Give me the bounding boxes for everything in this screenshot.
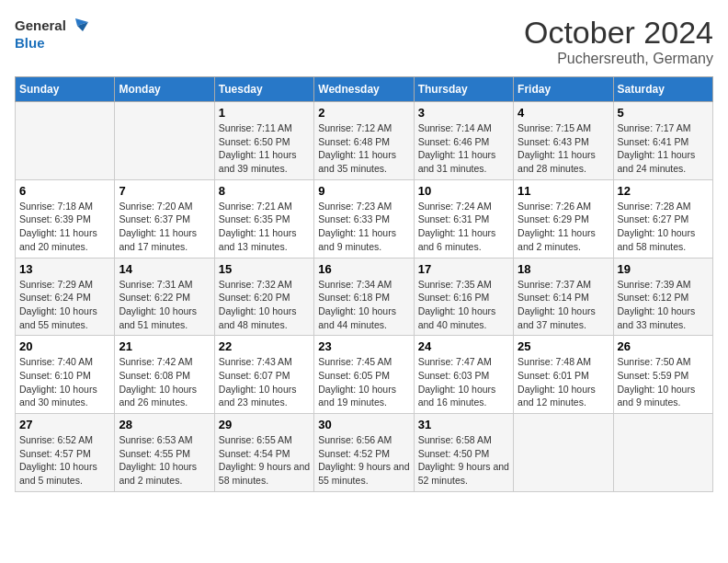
calendar-week-row: 1Sunrise: 7:11 AM Sunset: 6:50 PM Daylig… <box>16 102 713 180</box>
day-number: 1 <box>219 106 310 120</box>
weekday-header-monday: Monday <box>115 77 214 102</box>
calendar-cell: 26Sunrise: 7:50 AM Sunset: 5:59 PM Dayli… <box>613 336 712 414</box>
calendar-cell: 16Sunrise: 7:34 AM Sunset: 6:18 PM Dayli… <box>314 258 414 336</box>
day-info: Sunrise: 7:11 AM Sunset: 6:50 PM Dayligh… <box>219 121 310 176</box>
calendar-cell: 25Sunrise: 7:48 AM Sunset: 6:01 PM Dayli… <box>514 336 613 414</box>
calendar-cell: 27Sunrise: 6:52 AM Sunset: 4:57 PM Dayli… <box>16 414 115 492</box>
day-info: Sunrise: 7:40 AM Sunset: 6:10 PM Dayligh… <box>19 355 110 409</box>
calendar-cell: 31Sunrise: 6:58 AM Sunset: 4:50 PM Dayli… <box>414 414 513 492</box>
calendar-cell: 15Sunrise: 7:32 AM Sunset: 6:20 PM Dayli… <box>214 258 313 336</box>
day-number: 12 <box>618 184 709 198</box>
day-number: 7 <box>119 184 210 198</box>
day-number: 20 <box>19 339 110 353</box>
weekday-header-sunday: Sunday <box>16 77 115 102</box>
day-number: 5 <box>618 106 709 120</box>
day-number: 17 <box>418 262 509 276</box>
calendar-title-block: October 2024 Puchersreuth, Germany <box>524 15 713 67</box>
weekday-header-thursday: Thursday <box>414 77 513 102</box>
day-number: 26 <box>618 339 709 353</box>
calendar-subtitle: Puchersreuth, Germany <box>524 51 713 67</box>
day-info: Sunrise: 6:52 AM Sunset: 4:57 PM Dayligh… <box>19 433 110 488</box>
day-info: Sunrise: 7:14 AM Sunset: 6:46 PM Dayligh… <box>418 121 509 176</box>
calendar-cell <box>514 414 613 492</box>
day-info: Sunrise: 7:28 AM Sunset: 6:27 PM Dayligh… <box>618 200 709 254</box>
calendar-week-row: 27Sunrise: 6:52 AM Sunset: 4:57 PM Dayli… <box>16 414 713 492</box>
calendar-header-row: SundayMondayTuesdayWednesdayThursdayFrid… <box>16 77 713 102</box>
calendar-cell <box>115 102 214 180</box>
day-number: 24 <box>418 339 509 353</box>
day-number: 23 <box>318 339 409 353</box>
day-number: 18 <box>518 262 609 276</box>
day-info: Sunrise: 7:32 AM Sunset: 6:20 PM Dayligh… <box>219 278 310 332</box>
calendar-cell: 17Sunrise: 7:35 AM Sunset: 6:16 PM Dayli… <box>414 258 513 336</box>
calendar-cell: 24Sunrise: 7:47 AM Sunset: 6:03 PM Dayli… <box>414 336 513 414</box>
day-info: Sunrise: 7:37 AM Sunset: 6:14 PM Dayligh… <box>518 278 609 332</box>
calendar-cell: 13Sunrise: 7:29 AM Sunset: 6:24 PM Dayli… <box>16 258 115 336</box>
day-number: 10 <box>418 184 509 198</box>
day-info: Sunrise: 7:39 AM Sunset: 6:12 PM Dayligh… <box>618 278 709 332</box>
day-number: 30 <box>318 418 409 431</box>
page-header: General Blue October 2024 Puchersreuth, … <box>15 15 713 67</box>
day-info: Sunrise: 7:20 AM Sunset: 6:37 PM Dayligh… <box>119 200 210 254</box>
calendar-cell: 28Sunrise: 6:53 AM Sunset: 4:55 PM Dayli… <box>115 414 214 492</box>
calendar-cell: 29Sunrise: 6:55 AM Sunset: 4:54 PM Dayli… <box>214 414 313 492</box>
day-info: Sunrise: 6:56 AM Sunset: 4:52 PM Dayligh… <box>318 433 409 488</box>
day-number: 13 <box>19 262 110 276</box>
day-info: Sunrise: 7:34 AM Sunset: 6:18 PM Dayligh… <box>318 278 409 332</box>
calendar-cell: 9Sunrise: 7:23 AM Sunset: 6:33 PM Daylig… <box>314 179 414 258</box>
day-number: 6 <box>19 184 110 198</box>
calendar-cell: 1Sunrise: 7:11 AM Sunset: 6:50 PM Daylig… <box>214 102 313 180</box>
day-number: 19 <box>618 262 709 276</box>
calendar-cell: 6Sunrise: 7:18 AM Sunset: 6:39 PM Daylig… <box>16 179 115 258</box>
day-number: 16 <box>318 262 409 276</box>
calendar-cell: 11Sunrise: 7:26 AM Sunset: 6:29 PM Dayli… <box>514 179 613 258</box>
calendar-cell: 21Sunrise: 7:42 AM Sunset: 6:08 PM Dayli… <box>115 336 214 414</box>
day-info: Sunrise: 7:18 AM Sunset: 6:39 PM Dayligh… <box>19 200 110 254</box>
day-number: 9 <box>318 184 409 198</box>
day-number: 29 <box>219 418 310 431</box>
day-info: Sunrise: 7:42 AM Sunset: 6:08 PM Dayligh… <box>119 355 210 409</box>
day-number: 21 <box>119 339 210 353</box>
calendar-cell: 23Sunrise: 7:45 AM Sunset: 6:05 PM Dayli… <box>314 336 414 414</box>
calendar-cell: 3Sunrise: 7:14 AM Sunset: 6:46 PM Daylig… <box>414 102 513 180</box>
day-number: 3 <box>418 106 509 120</box>
calendar-cell: 7Sunrise: 7:20 AM Sunset: 6:37 PM Daylig… <box>115 179 214 258</box>
day-info: Sunrise: 7:23 AM Sunset: 6:33 PM Dayligh… <box>318 200 409 254</box>
weekday-header-saturday: Saturday <box>613 77 712 102</box>
day-info: Sunrise: 7:45 AM Sunset: 6:05 PM Dayligh… <box>318 355 409 409</box>
day-number: 27 <box>19 418 110 431</box>
logo-blue-text: Blue <box>15 35 45 51</box>
calendar-cell: 2Sunrise: 7:12 AM Sunset: 6:48 PM Daylig… <box>314 102 414 180</box>
day-number: 28 <box>119 418 210 431</box>
day-info: Sunrise: 7:21 AM Sunset: 6:35 PM Dayligh… <box>219 200 310 254</box>
calendar-cell: 8Sunrise: 7:21 AM Sunset: 6:35 PM Daylig… <box>214 179 313 258</box>
calendar-cell: 22Sunrise: 7:43 AM Sunset: 6:07 PM Dayli… <box>214 336 313 414</box>
day-info: Sunrise: 7:29 AM Sunset: 6:24 PM Dayligh… <box>19 278 110 332</box>
day-number: 25 <box>518 339 609 353</box>
day-number: 11 <box>518 184 609 198</box>
calendar-cell: 10Sunrise: 7:24 AM Sunset: 6:31 PM Dayli… <box>414 179 513 258</box>
calendar-cell <box>16 102 115 180</box>
calendar-cell: 18Sunrise: 7:37 AM Sunset: 6:14 PM Dayli… <box>514 258 613 336</box>
weekday-header-friday: Friday <box>514 77 613 102</box>
day-info: Sunrise: 7:12 AM Sunset: 6:48 PM Dayligh… <box>318 121 409 176</box>
day-info: Sunrise: 7:43 AM Sunset: 6:07 PM Dayligh… <box>219 355 310 409</box>
weekday-header-tuesday: Tuesday <box>214 77 313 102</box>
calendar-week-row: 6Sunrise: 7:18 AM Sunset: 6:39 PM Daylig… <box>16 179 713 258</box>
day-info: Sunrise: 7:50 AM Sunset: 5:59 PM Dayligh… <box>618 355 709 409</box>
calendar-cell: 14Sunrise: 7:31 AM Sunset: 6:22 PM Dayli… <box>115 258 214 336</box>
calendar-cell: 20Sunrise: 7:40 AM Sunset: 6:10 PM Dayli… <box>16 336 115 414</box>
calendar-cell: 4Sunrise: 7:15 AM Sunset: 6:43 PM Daylig… <box>514 102 613 180</box>
logo-bird-icon <box>68 15 88 35</box>
day-number: 14 <box>119 262 210 276</box>
calendar-week-row: 20Sunrise: 7:40 AM Sunset: 6:10 PM Dayli… <box>16 336 713 414</box>
calendar-cell: 19Sunrise: 7:39 AM Sunset: 6:12 PM Dayli… <box>613 258 712 336</box>
calendar-week-row: 13Sunrise: 7:29 AM Sunset: 6:24 PM Dayli… <box>16 258 713 336</box>
calendar-cell <box>613 414 712 492</box>
logo: General Blue <box>15 15 88 51</box>
calendar-title: October 2024 <box>524 15 713 51</box>
day-number: 4 <box>518 106 609 120</box>
day-number: 31 <box>418 418 509 431</box>
day-info: Sunrise: 6:53 AM Sunset: 4:55 PM Dayligh… <box>119 433 210 488</box>
day-info: Sunrise: 7:15 AM Sunset: 6:43 PM Dayligh… <box>518 121 609 176</box>
